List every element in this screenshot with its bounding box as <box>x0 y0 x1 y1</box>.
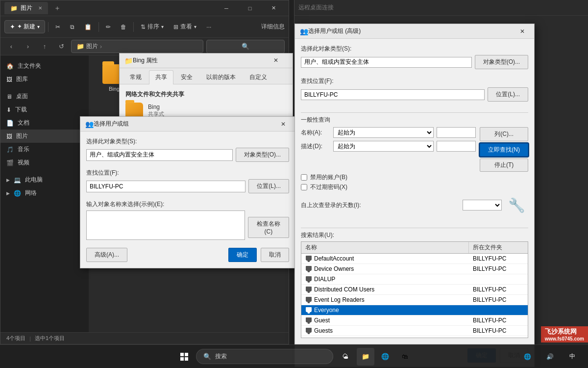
forward-btn[interactable]: › <box>21 40 35 53</box>
select-type-btn[interactable]: 对象类型(O)... <box>236 148 289 162</box>
delete-btn[interactable]: 🗑 <box>117 22 130 32</box>
table-row[interactable]: Everyone <box>301 305 528 315</box>
sidebar-item-videos[interactable]: 🎬 视频 <box>0 156 89 169</box>
adv-select-type-btn[interactable]: 对象类型(O)... <box>475 55 528 69</box>
svg-rect-39 <box>185 357 188 361</box>
tab-previous[interactable]: 以前的版本 <box>200 70 242 84</box>
sidebar-item-network[interactable]: ▶ 🌐 网络 <box>0 186 89 200</box>
search-btn[interactable]: 🔍 <box>206 40 285 53</box>
explorer-tab[interactable]: 📁 图片 ✕ <box>4 2 48 14</box>
sidebar-item-gallery[interactable]: 🖼 图库 <box>0 73 89 86</box>
table-row[interactable]: Guests BILLYFU-PC <box>301 326 528 336</box>
view-btn[interactable]: ⊞ 查看 ▾ <box>170 21 200 33</box>
sidebar-item-documents[interactable]: 📄 文档 <box>0 116 89 130</box>
sidebar-item-pictures[interactable]: 🖼 图片 <box>0 130 89 143</box>
sidebar-item-desktop[interactable]: 🖥 桌面 <box>0 90 89 103</box>
taskbar-time-btn[interactable]: 中 <box>563 347 582 367</box>
sort-btn[interactable]: ⇅ 排序 ▾ <box>137 21 168 33</box>
table-row[interactable]: Device Owners BILLYFU-PC <box>301 264 528 274</box>
refresh-btn[interactable]: ↺ <box>54 40 68 53</box>
table-row[interactable]: Event Log Readers BILLYFU-PC <box>301 295 528 305</box>
tab-security[interactable]: 安全 <box>174 70 199 84</box>
taskbar-explorer-btn[interactable]: 📁 <box>357 348 374 366</box>
col-location-header[interactable]: 所在文件夹 <box>469 242 528 253</box>
search-icon: 🔍 <box>242 43 249 50</box>
start-btn[interactable] <box>174 347 194 367</box>
tab-close-btn[interactable]: ✕ <box>38 5 42 11</box>
table-row[interactable]: DIALUP <box>301 274 528 285</box>
rename-icon: ✏ <box>106 24 111 30</box>
table-row[interactable]: Distributed COM Users BILLYFU-PC <box>301 285 528 295</box>
paste-btn[interactable]: 📋 <box>80 22 96 32</box>
maximize-btn[interactable]: □ <box>239 0 261 16</box>
minimize-btn[interactable]: ─ <box>215 0 238 16</box>
statusbar-selected: 选中1个项目 <box>35 335 65 342</box>
close-btn[interactable]: ✕ <box>262 0 285 16</box>
adv-name-filter[interactable]: 起始为 <box>333 127 434 138</box>
cancel-btn-small[interactable]: 取消 <box>261 248 289 262</box>
col-btn[interactable]: 列(C)... <box>480 127 528 141</box>
select-type-label: 选择此对象类型(S): <box>86 137 289 146</box>
days-select[interactable] <box>463 200 502 210</box>
adv-location-input[interactable] <box>301 89 485 100</box>
taskbar-store-btn[interactable]: 🛍 <box>396 348 414 366</box>
sidebar-item-home[interactable]: 🏠 主文件夹 <box>0 59 89 73</box>
taskbar-right: 🌐 🔊 中 <box>517 347 582 367</box>
table-row[interactable]: Guest BILLYFU-PC <box>301 315 528 326</box>
table-row[interactable]: Hyper-V Administrators BILLYFU-PC <box>301 336 528 338</box>
time-label: 中 <box>569 352 575 361</box>
copy-btn[interactable]: ⧉ <box>66 22 78 32</box>
adv-query-body: 名称(A): 起始为 描述(D): 起始为 <box>301 127 528 172</box>
network-icon: 🌐 <box>14 190 21 197</box>
no-expire-checkbox[interactable] <box>301 184 307 190</box>
svg-rect-8 <box>306 281 311 281</box>
select-user-small-close[interactable]: ✕ <box>276 117 290 131</box>
small-dialog-footer: 高级(A)... 确定 取消 <box>86 248 289 262</box>
new-tab-btn[interactable]: ＋ <box>54 4 61 13</box>
adv-desc-input[interactable] <box>437 141 476 152</box>
taskbar-network-btn[interactable]: 🌐 <box>517 347 537 367</box>
taskbar-volume-btn[interactable]: 🔊 <box>540 347 560 367</box>
advanced-btn[interactable]: 高级(A)... <box>86 248 127 262</box>
table-row[interactable]: DefaultAccount BILLYFU-PC <box>301 254 528 264</box>
sidebar-item-downloads[interactable]: ⬇ 下载 <box>0 103 89 116</box>
up-btn[interactable]: ↑ <box>38 40 51 53</box>
tab-folder-icon: 📁 <box>10 5 18 12</box>
location-btn-small[interactable]: 位置(L)... <box>248 179 289 193</box>
adv-location-btn[interactable]: 位置(L)... <box>488 87 528 102</box>
bing-props-close[interactable]: ✕ <box>269 53 283 67</box>
cut-btn[interactable]: ✂ <box>51 22 64 32</box>
taskbar-search[interactable]: 🔍 搜索 <box>196 349 333 364</box>
find-now-btn[interactable]: 立即查找(N) <box>480 143 528 157</box>
taskbar-edge-btn[interactable]: 🌐 <box>376 348 394 366</box>
sidebar-item-music[interactable]: 🎵 音乐 <box>0 143 89 156</box>
rename-btn[interactable]: ✏ <box>102 22 115 32</box>
adv-select-type-row: 对象类型(O)... <box>301 55 528 69</box>
check-names-btn[interactable]: 检查名称(C) <box>248 217 289 238</box>
adv-name-label: 名称(A): <box>301 129 330 137</box>
adv-select-type-input[interactable] <box>301 57 472 68</box>
adv-desc-filter[interactable]: 起始为 <box>333 141 434 152</box>
stop-btn[interactable]: 停止(T) <box>480 158 528 172</box>
ok-btn-small[interactable]: 确定 <box>228 248 257 262</box>
tab-general[interactable]: 常规 <box>123 70 148 84</box>
taskbar-widget-btn[interactable]: 🌤 <box>335 347 355 367</box>
tab-custom[interactable]: 自定义 <box>243 70 273 84</box>
result-cell-name: DefaultAccount <box>301 254 469 263</box>
new-button[interactable]: ✦ ✦ 新建 ▾ <box>4 20 45 33</box>
back-btn[interactable]: ‹ <box>4 40 18 53</box>
tab-share[interactable]: 共享 <box>149 70 173 84</box>
watermark-site: 飞沙系统网 <box>545 327 584 336</box>
bing-file-details: Bing 共享式 <box>148 104 164 118</box>
results-table[interactable]: 名称 所在文件夹 DefaultAccount BILLYFU-PC <box>301 241 528 338</box>
location-input-small[interactable] <box>86 181 245 192</box>
adv-dialog-close[interactable]: ✕ <box>515 25 529 38</box>
more-btn[interactable]: ··· <box>202 22 215 32</box>
select-type-input[interactable] <box>86 149 233 161</box>
object-input[interactable] <box>86 210 245 240</box>
adv-name-input[interactable] <box>437 127 476 138</box>
address-box[interactable]: 📁 图片 › <box>71 40 203 53</box>
sidebar-item-thispc[interactable]: ▶ 💻 此电脑 <box>0 173 89 186</box>
disabled-accounts-checkbox[interactable] <box>301 174 307 181</box>
col-name-header[interactable]: 名称 <box>301 242 469 253</box>
